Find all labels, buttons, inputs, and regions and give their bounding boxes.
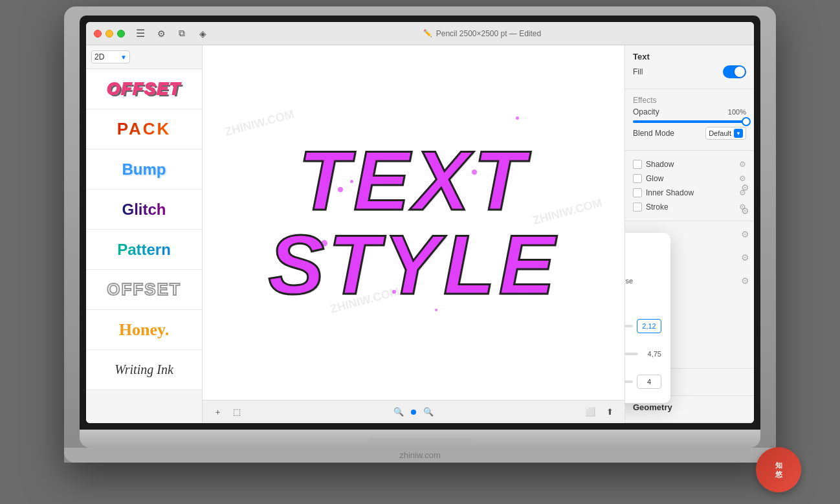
panel-text-section: Text Fill: [625, 45, 754, 89]
amount-value: 4,75: [642, 350, 661, 358]
style-label-honey: Honey.: [119, 320, 169, 340]
effects-section: Effects Opacity 100%: [625, 89, 754, 151]
style-item-glitch[interactable]: Glitch: [86, 190, 202, 230]
details-input[interactable]: 4: [637, 375, 661, 389]
add-canvas-icon[interactable]: ＋: [210, 405, 225, 419]
zhiniw-badge[interactable]: 知悠: [756, 447, 801, 492]
canvas-area: ZHINIW.COM ZHINIW.COM ZHINIW.COM: [203, 45, 624, 423]
glow-row: Glow ⚙: [633, 171, 746, 186]
style-item-pack[interactable]: PACK: [86, 109, 202, 149]
fill-label: Fill: [633, 67, 643, 76]
style-item-pattern[interactable]: Pattern: [86, 230, 202, 270]
canvas-content[interactable]: ZHINIW.COM ZHINIW.COM ZHINIW.COM: [203, 45, 624, 400]
shadow-label: Shadow: [646, 160, 674, 169]
opacity-slider[interactable]: [633, 120, 746, 123]
traffic-light-minimize[interactable]: [105, 30, 113, 38]
effects-header: Effects: [633, 96, 746, 105]
shadow-checkbox[interactable]: [633, 160, 642, 169]
inner-shadow-row: Inner Shadow ⚙: [633, 186, 746, 200]
amount-label: Amount: [624, 338, 661, 347]
details-row: Details 4: [624, 363, 661, 389]
layers-icon: ⧉: [179, 28, 185, 39]
zoom-in-icon[interactable]: 🔍: [421, 405, 436, 419]
texture-preview-row: Inverse: [624, 258, 661, 301]
canvas-bottom-bar: ＋ ⬚ 🔍 🔍 ⬜ ⬆: [203, 400, 624, 423]
right-panel: Text Fill Effects Opac: [624, 45, 754, 423]
style-label-pattern: Pattern: [117, 241, 171, 259]
stroke-row: Stroke ⚙: [633, 200, 746, 214]
layers-icon-btn[interactable]: ⧉: [174, 26, 190, 41]
gear-5-icon[interactable]: ⚙: [741, 276, 749, 286]
panel-gear-column: ⚙ ⚙ ⚙ ⚙ ⚙: [738, 45, 751, 423]
shadow-row: Shadow ⚙: [633, 157, 746, 171]
pencil-icon: ✏️: [423, 29, 432, 38]
details-slider[interactable]: [624, 380, 633, 383]
canvas-text-line2: STYLE: [269, 223, 559, 307]
gear-3-icon[interactable]: ⚙: [741, 229, 749, 239]
document-title: Pencil 2500×2500 pt — Edited: [436, 29, 541, 38]
stroke-label: Stroke: [646, 203, 669, 212]
website-label: zhiniw.com: [399, 450, 441, 460]
inverse-label: Inverse: [624, 277, 633, 285]
style-label-offset1: OFFSET: [107, 79, 181, 99]
glow-checkbox[interactable]: [633, 174, 642, 183]
chevron-down-icon: ▼: [120, 54, 127, 61]
hamburger-icon: ☰: [136, 27, 145, 39]
style-label-pack: PACK: [117, 119, 171, 139]
inner-shadow-label: Inner Shadow: [646, 188, 694, 197]
dimension-value: 2D: [94, 52, 104, 61]
fill-row: Fill: [633, 65, 746, 78]
stack-icon: ◈: [199, 28, 206, 39]
splatter-7: [516, 116, 519, 120]
traffic-light-close[interactable]: [94, 30, 102, 38]
style-item-bump[interactable]: Bump: [86, 149, 202, 190]
style-item-offset1[interactable]: OFFSET: [86, 69, 202, 109]
dimension-select[interactable]: 2D ▼: [91, 50, 130, 63]
gear-toolbar-icon: ⚙: [157, 28, 166, 39]
scale-slider[interactable]: [624, 325, 633, 327]
opacity-label: Opacity: [633, 107, 659, 116]
blend-mode-value: Default: [709, 129, 731, 137]
gear-4-icon[interactable]: ⚙: [741, 252, 749, 263]
zoom-out-icon[interactable]: 🔍: [392, 405, 406, 419]
zhiniw-badge-text: 知悠: [775, 461, 782, 479]
opacity-row: Opacity 100%: [633, 107, 746, 116]
canvas-text-line1: TEXT: [269, 138, 559, 223]
texture-popup: Texture: [624, 233, 670, 403]
style-label-writing: Writing Ink: [115, 362, 173, 377]
blend-mode-label: Blend Mode: [633, 129, 674, 138]
texture-popup-title: Texture: [624, 242, 661, 252]
gear-2-icon[interactable]: ⚙: [741, 206, 749, 216]
frame-icon[interactable]: ⬚: [230, 405, 244, 419]
text-section-label: Text: [633, 52, 746, 61]
style-item-writing[interactable]: Writing Ink: [86, 350, 202, 390]
blend-mode-row: Blend Mode Default ▼: [633, 127, 746, 140]
stroke-checkbox[interactable]: [633, 203, 642, 212]
watermark-1: ZHINIW.COM: [223, 107, 296, 139]
amount-slider[interactable]: [624, 353, 638, 355]
details-label: Details: [624, 363, 661, 372]
canvas-text: TEXT STYLE: [269, 138, 559, 307]
zoom-indicator: [411, 410, 416, 415]
effects-items-section: Shadow ⚙ Glow ⚙: [625, 151, 754, 221]
glow-label: Glow: [646, 174, 663, 183]
style-item-offset2[interactable]: OFFSET: [86, 270, 202, 310]
left-sidebar: 2D ▼ OFFSET PACK Bump: [86, 45, 203, 423]
scale-row: Scale 2,12: [624, 307, 661, 333]
share-icon[interactable]: ⬆: [602, 405, 617, 419]
gear-1-icon[interactable]: ⚙: [741, 182, 749, 193]
list-icon[interactable]: ☰: [133, 26, 148, 41]
scale-label: Scale: [624, 307, 661, 316]
amount-row: Amount 4,75: [624, 338, 661, 358]
copy-icon[interactable]: ⬜: [583, 405, 597, 419]
style-label-glitch: Glitch: [122, 201, 166, 219]
inner-shadow-checkbox[interactable]: [633, 188, 642, 197]
trackpad: [368, 439, 472, 444]
style-label-bump: Bump: [122, 160, 166, 179]
geometry-label: Geometry: [633, 402, 746, 412]
style-item-honey[interactable]: Honey.: [86, 310, 202, 350]
stack-icon-btn[interactable]: ◈: [195, 26, 210, 41]
traffic-light-fullscreen[interactable]: [117, 30, 125, 38]
scale-input[interactable]: 2,12: [637, 319, 661, 333]
settings-icon-btn[interactable]: ⚙: [153, 26, 169, 41]
